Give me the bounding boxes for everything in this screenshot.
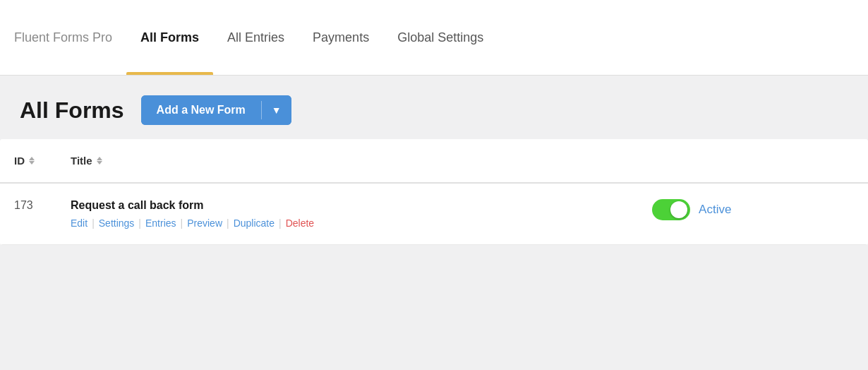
sort-down-icon [29, 161, 35, 165]
cell-id: 173 [0, 183, 56, 245]
separator-5: | [279, 217, 282, 229]
table-header: ID Title [0, 139, 868, 183]
preview-link[interactable]: Preview [187, 217, 222, 229]
nav-item-global-settings[interactable]: Global Settings [383, 0, 498, 75]
column-header-id[interactable]: ID [0, 139, 56, 183]
column-header-title[interactable]: Title [56, 139, 638, 183]
status-toggle[interactable] [652, 199, 690, 220]
nav-item-fluent-forms-pro[interactable]: Fluent Forms Pro [14, 0, 126, 75]
sort-icon-title[interactable] [97, 157, 102, 165]
nav-item-payments[interactable]: Payments [299, 0, 383, 75]
form-actions: Edit | Settings | Entries | Preview | Du… [71, 217, 624, 229]
forms-table: ID Title [0, 139, 868, 245]
sort-icon-id[interactable] [29, 157, 35, 165]
add-new-form-button[interactable]: Add a New Form [141, 95, 261, 125]
separator-1: | [92, 217, 95, 229]
nav-item-all-entries[interactable]: All Entries [213, 0, 299, 75]
duplicate-link[interactable]: Duplicate [234, 217, 275, 229]
page-header: All Forms Add a New Form ▼ [0, 76, 868, 139]
nav-item-all-forms[interactable]: All Forms [126, 0, 213, 75]
top-navigation: Fluent Forms Pro All Forms All Entries P… [0, 0, 868, 76]
table-body: 173 Request a call back form Edit | Sett… [0, 183, 868, 245]
column-id-label: ID [14, 155, 25, 167]
cell-title: Request a call back form Edit | Settings… [56, 183, 638, 245]
page-title: All Forms [20, 97, 124, 124]
sort-up-icon [97, 157, 102, 160]
separator-3: | [181, 217, 183, 229]
separator-2: | [138, 217, 141, 229]
separator-4: | [227, 217, 229, 229]
column-header-status [638, 139, 868, 183]
edit-link[interactable]: Edit [71, 217, 88, 229]
entries-link[interactable]: Entries [145, 217, 176, 229]
add-new-form-button-group[interactable]: Add a New Form ▼ [141, 95, 291, 125]
toggle-slider [652, 199, 690, 220]
cell-status: Active [638, 184, 868, 236]
forms-table-container: ID Title [0, 139, 868, 245]
form-title: Request a call back form [71, 199, 624, 212]
sort-up-icon [29, 157, 35, 160]
add-new-form-dropdown-button[interactable]: ▼ [262, 95, 291, 125]
chevron-down-icon: ▼ [272, 105, 282, 116]
column-title-label: Title [71, 155, 92, 167]
status-label: Active [699, 203, 731, 217]
table-header-row: ID Title [0, 139, 868, 183]
sort-down-icon [97, 161, 102, 165]
table-row: 173 Request a call back form Edit | Sett… [0, 183, 868, 245]
content-area: All Forms Add a New Form ▼ ID [0, 76, 868, 245]
delete-link[interactable]: Delete [286, 217, 314, 229]
settings-link[interactable]: Settings [99, 217, 135, 229]
